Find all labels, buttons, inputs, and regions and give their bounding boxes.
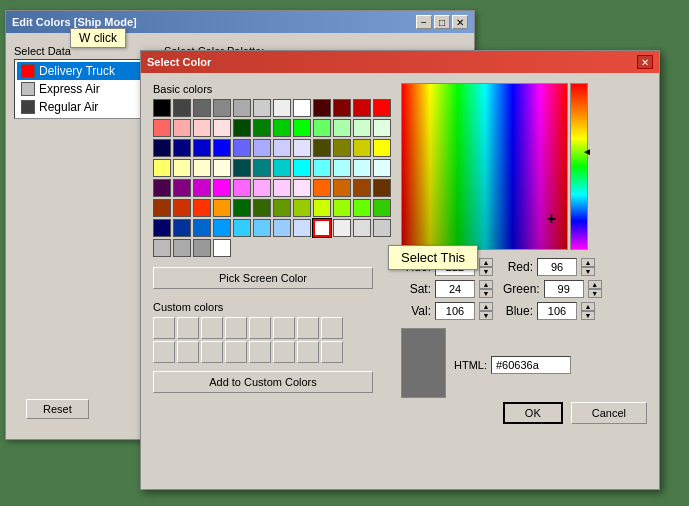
color-cell-44[interactable]: [313, 159, 331, 177]
color-cell-8[interactable]: [313, 99, 331, 117]
red-input[interactable]: [537, 258, 577, 276]
hue-spinner[interactable]: ▲ ▼: [479, 258, 493, 276]
color-cell-14[interactable]: [193, 119, 211, 137]
color-cell-77[interactable]: [253, 219, 271, 237]
val-spinner[interactable]: ▲ ▼: [479, 302, 493, 320]
color-cell-31[interactable]: [293, 139, 311, 157]
html-input[interactable]: [491, 356, 571, 374]
color-cell-82[interactable]: [353, 219, 371, 237]
color-cell-74[interactable]: [193, 219, 211, 237]
select-color-close-button[interactable]: ✕: [637, 55, 653, 69]
color-cell-86[interactable]: [193, 239, 211, 257]
custom-cell-1[interactable]: [153, 317, 175, 339]
blue-up-btn[interactable]: ▲: [581, 302, 595, 311]
color-cell-42[interactable]: [273, 159, 291, 177]
custom-cell-8[interactable]: [321, 317, 343, 339]
color-cell-17[interactable]: [253, 119, 271, 137]
color-cell-16[interactable]: [233, 119, 251, 137]
color-cell-55[interactable]: [293, 179, 311, 197]
color-cell-6[interactable]: [273, 99, 291, 117]
color-cell-61[interactable]: [173, 199, 191, 217]
blue-spinner[interactable]: ▲ ▼: [581, 302, 595, 320]
color-cell-62[interactable]: [193, 199, 211, 217]
color-cell-4[interactable]: [233, 99, 251, 117]
custom-cell-3[interactable]: [201, 317, 223, 339]
color-cell-35[interactable]: [373, 139, 391, 157]
red-spinner[interactable]: ▲ ▼: [581, 258, 595, 276]
color-cell-84[interactable]: [153, 239, 171, 257]
color-cell-41[interactable]: [253, 159, 271, 177]
color-cell-58[interactable]: [353, 179, 371, 197]
data-list-item-express-air[interactable]: Express Air: [17, 80, 141, 98]
color-cell-19[interactable]: [293, 119, 311, 137]
color-cell-87[interactable]: [213, 239, 231, 257]
hue-down-btn[interactable]: ▼: [479, 267, 493, 276]
color-cell-22[interactable]: [353, 119, 371, 137]
color-cell-38[interactable]: [193, 159, 211, 177]
color-cell-70[interactable]: [353, 199, 371, 217]
minimize-button[interactable]: −: [416, 15, 432, 29]
sat-up-btn[interactable]: ▲: [479, 280, 493, 289]
custom-cell-15[interactable]: [297, 341, 319, 363]
color-cell-33[interactable]: [333, 139, 351, 157]
color-cell-9[interactable]: [333, 99, 351, 117]
color-cell-37[interactable]: [173, 159, 191, 177]
color-cell-52[interactable]: [233, 179, 251, 197]
custom-cell-2[interactable]: [177, 317, 199, 339]
custom-cell-10[interactable]: [177, 341, 199, 363]
color-cell-47[interactable]: [373, 159, 391, 177]
color-cell-26[interactable]: [193, 139, 211, 157]
color-cell-45[interactable]: [333, 159, 351, 177]
color-cell-63[interactable]: [213, 199, 231, 217]
ok-button[interactable]: OK: [503, 402, 563, 424]
color-cell-75[interactable]: [213, 219, 231, 237]
hue-bar-container[interactable]: ◄: [570, 83, 586, 248]
data-list-item-delivery-truck[interactable]: Delivery Truck: [17, 62, 141, 80]
green-down-btn[interactable]: ▼: [588, 289, 602, 298]
color-cell-12[interactable]: [153, 119, 171, 137]
color-cell-85[interactable]: [173, 239, 191, 257]
color-cell-59[interactable]: [373, 179, 391, 197]
color-cell-46[interactable]: [353, 159, 371, 177]
cancel-button[interactable]: Cancel: [571, 402, 647, 424]
custom-cell-9[interactable]: [153, 341, 175, 363]
green-input[interactable]: [544, 280, 584, 298]
red-up-btn[interactable]: ▲: [581, 258, 595, 267]
sat-spinner[interactable]: ▲ ▼: [479, 280, 493, 298]
color-cell-10[interactable]: [353, 99, 371, 117]
color-cell-81[interactable]: [333, 219, 351, 237]
custom-cell-11[interactable]: [201, 341, 223, 363]
custom-cell-5[interactable]: [249, 317, 271, 339]
color-spectrum-canvas[interactable]: [401, 83, 568, 250]
color-cell-18[interactable]: [273, 119, 291, 137]
color-cell-24[interactable]: [153, 139, 171, 157]
val-input[interactable]: [435, 302, 475, 320]
color-cell-48[interactable]: [153, 179, 171, 197]
color-cell-21[interactable]: [333, 119, 351, 137]
color-cell-68[interactable]: [313, 199, 331, 217]
color-cell-30[interactable]: [273, 139, 291, 157]
color-cell-39[interactable]: [213, 159, 231, 177]
color-cell-13[interactable]: [173, 119, 191, 137]
color-cell-28[interactable]: [233, 139, 251, 157]
color-cell-57[interactable]: [333, 179, 351, 197]
color-cell-23[interactable]: [373, 119, 391, 137]
color-cell-54[interactable]: [273, 179, 291, 197]
color-cell-15[interactable]: [213, 119, 231, 137]
color-cell-65[interactable]: [253, 199, 271, 217]
color-cell-36[interactable]: [153, 159, 171, 177]
blue-down-btn[interactable]: ▼: [581, 311, 595, 320]
custom-cell-16[interactable]: [321, 341, 343, 363]
val-up-btn[interactable]: ▲: [479, 302, 493, 311]
color-cell-43[interactable]: [293, 159, 311, 177]
color-cell-73[interactable]: [173, 219, 191, 237]
color-cell-72[interactable]: [153, 219, 171, 237]
maximize-button[interactable]: □: [434, 15, 450, 29]
color-cell-67[interactable]: [293, 199, 311, 217]
color-cell-56[interactable]: [313, 179, 331, 197]
color-cell-53[interactable]: [253, 179, 271, 197]
color-cell-2[interactable]: [193, 99, 211, 117]
color-cell-20[interactable]: [313, 119, 331, 137]
color-cell-51[interactable]: [213, 179, 231, 197]
color-cell-25[interactable]: [173, 139, 191, 157]
